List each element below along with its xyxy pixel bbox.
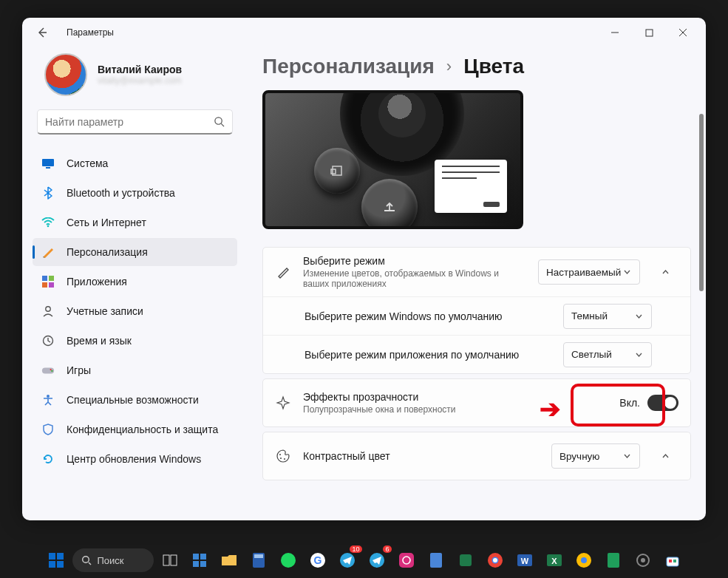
- accent-dropdown[interactable]: Вручную: [551, 443, 640, 469]
- mode-sub: Изменение цветов, отображаемых в Windows…: [303, 268, 526, 289]
- instagram-icon[interactable]: [393, 547, 420, 574]
- dropdown-value: Светлый: [571, 349, 612, 360]
- breadcrumb-parent[interactable]: Персонализация: [262, 55, 435, 78]
- titlebar: Параметры: [22, 18, 706, 47]
- svg-point-19: [284, 458, 285, 460]
- store-icon[interactable]: [659, 547, 686, 574]
- word-icon[interactable]: W: [511, 547, 538, 574]
- clock-icon: [41, 334, 55, 347]
- svg-point-44: [493, 558, 497, 562]
- sidebar-item-privacy[interactable]: Конфиденциальность и защита: [33, 415, 237, 443]
- task-view-button[interactable]: [157, 547, 183, 574]
- user-profile[interactable]: Виталий Каиров vitaliy@example.com: [33, 47, 237, 109]
- svg-point-1: [215, 118, 222, 124]
- window-preview-illustration: [435, 160, 507, 213]
- widgets-button[interactable]: [186, 547, 213, 574]
- palette-icon: [275, 448, 291, 464]
- svg-rect-21: [57, 553, 64, 560]
- transparency-row[interactable]: Эффекты прозрачности Полупрозрачные окна…: [263, 379, 690, 426]
- sidebar-item-accessibility[interactable]: Специальные возможности: [33, 386, 237, 414]
- app-mode-dropdown[interactable]: Светлый: [563, 342, 652, 367]
- back-button[interactable]: [35, 26, 49, 39]
- sidebar-item-label: Специальные возможности: [67, 394, 199, 406]
- controller-button-illustration: [361, 179, 418, 229]
- dropdown-value: Настраиваемый: [546, 267, 621, 278]
- windows-mode-dropdown[interactable]: Темный: [563, 304, 652, 329]
- chrome-icon[interactable]: [482, 547, 508, 574]
- taskbar-search[interactable]: Поиск: [72, 548, 154, 572]
- sidebar-item-update[interactable]: Центр обновления Windows: [33, 445, 237, 473]
- google-icon[interactable]: G: [305, 547, 331, 574]
- mode-dropdown[interactable]: Настраиваемый: [538, 259, 640, 285]
- svg-text:W: W: [520, 557, 528, 565]
- sidebar-item-personalization[interactable]: Персонализация: [33, 238, 237, 266]
- svg-rect-8: [49, 282, 54, 288]
- breadcrumb: Персонализация › Цвета: [258, 47, 691, 90]
- svg-rect-27: [193, 554, 199, 560]
- close-button[interactable]: [666, 21, 700, 44]
- sidebar-item-bluetooth[interactable]: Bluetooth и устройства: [33, 179, 237, 207]
- svg-rect-7: [42, 282, 47, 288]
- svg-point-53: [641, 558, 645, 562]
- search-input[interactable]: [45, 116, 214, 128]
- sidebar-item-label: Персонализация: [67, 246, 148, 258]
- svg-rect-56: [673, 560, 676, 562]
- bluetooth-icon: [41, 186, 55, 200]
- sidebar-item-system[interactable]: Система: [33, 149, 237, 177]
- sheets-icon[interactable]: [600, 547, 627, 574]
- page-title: Цвета: [463, 55, 524, 78]
- telegram-icon[interactable]: 10: [334, 547, 361, 574]
- svg-point-24: [82, 557, 89, 563]
- settings-taskbar-icon[interactable]: [630, 547, 656, 574]
- spotify-icon[interactable]: [275, 547, 302, 574]
- taskbar: Поиск G 10 6 W X: [0, 543, 728, 578]
- chrome2-icon[interactable]: [571, 547, 597, 574]
- sidebar-item-accounts[interactable]: Учетные записи: [33, 297, 237, 325]
- chevron-down-icon: [635, 350, 644, 359]
- excel-icon[interactable]: X: [541, 547, 568, 574]
- taskbar-search-label: Поиск: [98, 555, 124, 566]
- svg-point-50: [581, 557, 587, 563]
- mode-title: Выберите режим: [303, 255, 526, 267]
- search-box[interactable]: [37, 109, 233, 135]
- collapse-button[interactable]: [652, 259, 678, 285]
- mode-row[interactable]: Выберите режим Изменение цветов, отображ…: [263, 248, 690, 296]
- sidebar-item-apps[interactable]: Приложения: [33, 268, 237, 296]
- svg-rect-41: [460, 554, 472, 566]
- accent-card: Контрастный цвет Вручную: [262, 432, 691, 480]
- notes-icon[interactable]: [423, 547, 449, 574]
- svg-rect-20: [49, 553, 55, 560]
- sidebar-item-network[interactable]: Сеть и Интернет: [33, 208, 237, 237]
- start-button[interactable]: [43, 547, 69, 574]
- maximize-button[interactable]: [632, 21, 666, 44]
- sidebar-item-label: Центр обновления Windows: [67, 453, 201, 465]
- windows-mode-row: Выберите режим Windows по умолчанию Темн…: [263, 296, 690, 335]
- svg-point-4: [47, 225, 50, 228]
- telegram2-icon[interactable]: 6: [364, 547, 390, 574]
- accent-row[interactable]: Контрастный цвет Вручную: [263, 432, 690, 480]
- game-icon: [41, 364, 55, 377]
- collapse-button[interactable]: [652, 443, 678, 469]
- brush-icon: [41, 245, 55, 259]
- transparency-toggle[interactable]: [647, 395, 678, 411]
- calculator-icon[interactable]: [245, 547, 272, 574]
- scrollbar-thumb[interactable]: [699, 114, 704, 291]
- svg-point-17: [279, 454, 281, 455]
- chevron-down-icon: [623, 452, 632, 460]
- svg-text:G: G: [313, 554, 322, 566]
- svg-rect-2: [42, 159, 54, 166]
- transparency-toggle-wrap: Вкл.: [619, 395, 678, 411]
- settings-window: Параметры Виталий Каиров vitaliy@example…: [22, 18, 706, 520]
- app-icon[interactable]: [452, 547, 479, 574]
- sidebar-item-time[interactable]: Время и язык: [33, 327, 237, 355]
- sidebar-item-label: Игры: [67, 364, 91, 376]
- sidebar-item-label: Учетные записи: [67, 305, 143, 317]
- explorer-icon[interactable]: [216, 547, 242, 574]
- transparency-sub: Полупрозрачные окна и поверхности: [303, 404, 608, 415]
- sidebar-item-label: Сеть и Интернет: [67, 217, 146, 228]
- svg-point-12: [50, 369, 52, 370]
- svg-rect-6: [49, 276, 54, 281]
- window-title: Параметры: [67, 27, 114, 38]
- minimize-button[interactable]: [598, 21, 632, 44]
- sidebar-item-games[interactable]: Игры: [33, 356, 237, 384]
